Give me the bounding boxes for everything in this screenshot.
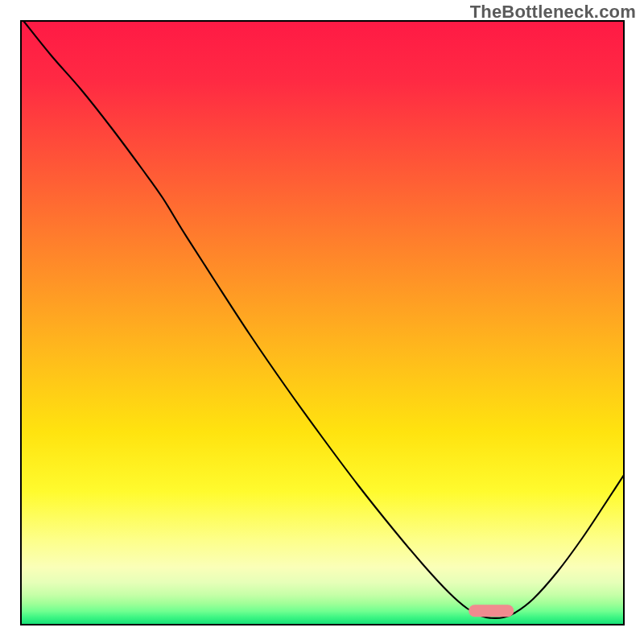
- plot-background: [21, 21, 624, 625]
- optimal-marker: [469, 605, 514, 617]
- watermark-text: TheBottleneck.com: [470, 2, 636, 23]
- bottleneck-chart: [0, 0, 644, 644]
- chart-container: TheBottleneck.com: [0, 0, 644, 644]
